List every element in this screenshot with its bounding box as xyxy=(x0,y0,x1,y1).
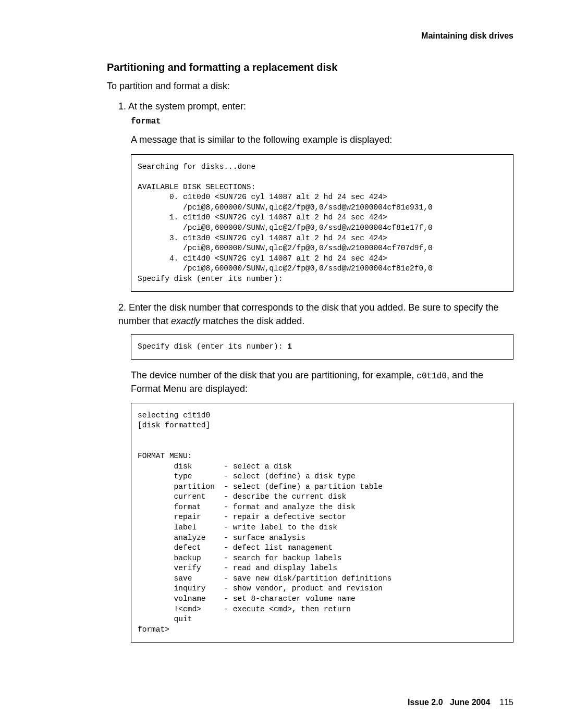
page: Maintaining disk drives Partitioning and… xyxy=(0,0,563,728)
footer-date: June 2004 xyxy=(450,698,490,707)
command-text: format xyxy=(131,117,161,126)
step-text-part2: matches the disk added. xyxy=(200,316,304,326)
step-text: At the system prompt, enter: xyxy=(128,101,246,112)
code2-input: 1 xyxy=(287,342,292,351)
step-2-note: The device number of the disk that you a… xyxy=(107,369,513,396)
note-mono: c0t1d0 xyxy=(417,372,447,381)
footer-page-number: 115 xyxy=(499,698,513,707)
page-heading: Partitioning and formatting a replacemen… xyxy=(107,61,513,73)
intro-text: To partition and format a disk: xyxy=(107,80,513,93)
code-block-2: Specify disk (enter its number): 1 xyxy=(131,334,513,360)
step-1-note: A message that is similar to the followi… xyxy=(107,133,513,146)
page-footer: Issue 2.0 June 2004115 xyxy=(408,698,513,707)
note-part1: The device number of the disk that you a… xyxy=(131,370,417,380)
footer-issue: Issue 2.0 xyxy=(408,698,443,707)
code2-prefix: Specify disk (enter its number): xyxy=(138,342,287,351)
step-1: 1. At the system prompt, enter: xyxy=(107,100,513,113)
code-block-3: selecting c1t1d0 [disk formatted] FORMAT… xyxy=(131,403,513,643)
code-block-1: Searching for disks...done AVAILABLE DIS… xyxy=(131,154,513,292)
section-header: Maintaining disk drives xyxy=(107,31,513,41)
step-2: 2. Enter the disk number that correspond… xyxy=(107,301,513,327)
step-1-command: format xyxy=(107,116,513,126)
step-text-italic: exactly xyxy=(171,316,200,326)
step-number: 2. xyxy=(118,302,126,313)
step-number: 1. xyxy=(118,101,126,112)
